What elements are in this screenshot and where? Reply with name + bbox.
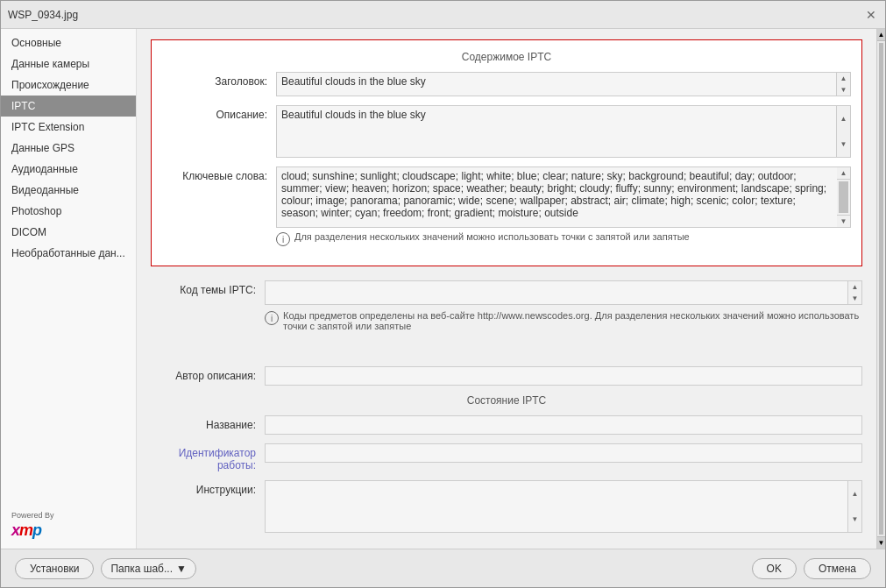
instructions-input[interactable] xyxy=(265,480,848,533)
sidebar-item-raw[interactable]: Необработанные дан... xyxy=(1,243,136,264)
iptc-content-section: Содержимое IPTC Заголовок: ▲ ▼ xyxy=(151,39,862,266)
keywords-scroll-down[interactable]: ▼ xyxy=(837,215,850,227)
instructions-label: Инструкции: xyxy=(151,480,265,496)
right-scrollbar: ▲ ▼ xyxy=(876,29,885,549)
sidebar-item-basic[interactable]: Основные xyxy=(1,32,136,53)
iptc-code-label: Код темы IPTC: xyxy=(151,280,265,296)
heading-scroll-down[interactable]: ▼ xyxy=(837,84,850,96)
keywords-scrollbar: ▲ ▼ xyxy=(837,166,851,228)
right-scroll-down[interactable]: ▼ xyxy=(877,536,885,549)
footer: Установки Папка шаб... ▼ OK Отмена xyxy=(1,549,885,587)
instructions-input-wrap: ▲ ▼ xyxy=(265,480,862,533)
content-area: Содержимое IPTC Заголовок: ▲ ▼ xyxy=(137,29,876,549)
name-label: Название: xyxy=(151,415,265,431)
name-input-wrap xyxy=(265,415,862,435)
folder-button[interactable]: Папка шаб... ▼ xyxy=(101,558,195,579)
sidebar-item-video[interactable]: Видеоданные xyxy=(1,180,136,201)
name-input[interactable] xyxy=(265,415,862,435)
footer-right: OK Отмена xyxy=(752,558,871,579)
instructions-row: Инструкции: ▲ ▼ xyxy=(151,480,862,533)
desc-author-input[interactable] xyxy=(265,366,862,386)
desc-author-input-wrap xyxy=(265,366,862,386)
instructions-scroll-up[interactable]: ▲ xyxy=(848,481,861,507)
install-button[interactable]: Установки xyxy=(15,558,94,579)
keywords-with-scroll: ▲ ▼ xyxy=(276,166,851,228)
keywords-scroll-thumb xyxy=(839,181,848,213)
keywords-label: Ключевые слова: xyxy=(162,166,276,182)
name-row: Название: xyxy=(151,415,862,435)
keywords-hint-text: Для разделения нескольких значений можно… xyxy=(294,231,690,242)
description-scroll: ▲ ▼ xyxy=(837,105,851,158)
sidebar-items: Основные Данные камеры Происхождение IPT… xyxy=(1,29,136,264)
sidebar-item-iptc[interactable]: IPTC xyxy=(1,96,136,117)
footer-left: Установки Папка шаб... ▼ xyxy=(15,558,196,579)
heading-label: Заголовок: xyxy=(162,72,276,88)
powered-by-label: Powered By xyxy=(11,511,54,520)
sidebar: Основные Данные камеры Происхождение IPT… xyxy=(1,29,137,549)
description-input[interactable] xyxy=(276,105,837,158)
cancel-button[interactable]: Отмена xyxy=(804,558,871,579)
iptc-code-input[interactable] xyxy=(265,280,848,305)
iptc-code-scroll-down[interactable]: ▼ xyxy=(848,293,861,304)
spacer xyxy=(151,340,862,366)
description-row: Описание: ▲ ▼ xyxy=(162,105,851,158)
iptc-code-hint-icon: i xyxy=(265,311,279,325)
iptc-code-scroll-up[interactable]: ▲ xyxy=(848,281,861,293)
description-scroll-down[interactable]: ▼ xyxy=(837,131,850,157)
keywords-hint-icon: i xyxy=(276,232,290,246)
instructions-scroll-down[interactable]: ▼ xyxy=(848,507,861,532)
iptc-code-input-wrap: ▲ ▼ i Коды предметов определены на веб-с… xyxy=(265,280,862,331)
heading-input[interactable] xyxy=(276,72,837,96)
sidebar-item-audio[interactable]: Аудиоданные xyxy=(1,159,136,180)
iptc-content-title: Содержимое IPTC xyxy=(162,51,851,63)
close-button[interactable]: ✕ xyxy=(864,8,878,22)
iptc-code-field-wrap: ▲ ▼ xyxy=(265,280,862,305)
iptc-code-row: Код темы IPTC: ▲ ▼ i Коды предметов опре… xyxy=(151,280,862,331)
keywords-row: Ключевые слова: ▲ ▼ xyxy=(162,166,851,246)
instructions-field-wrap: ▲ ▼ xyxy=(265,480,862,533)
main-window: WSP_0934.jpg ✕ Основные Данные камеры Пр… xyxy=(0,0,886,588)
sidebar-item-iptc-ext[interactable]: IPTC Extension xyxy=(1,117,136,138)
instructions-scroll: ▲ ▼ xyxy=(848,480,862,533)
job-id-input[interactable] xyxy=(265,443,862,463)
job-id-row: Идентификатор работы: xyxy=(151,443,862,471)
sidebar-item-dicom[interactable]: DICOM xyxy=(1,222,136,243)
folder-btn-label: Папка шаб... xyxy=(110,563,173,575)
heading-scroll: ▲ ▼ xyxy=(837,72,851,96)
job-id-input-wrap xyxy=(265,443,862,463)
keywords-scroll-up[interactable]: ▲ xyxy=(837,167,850,180)
keywords-hint-row: i Для разделения нескольких значений мож… xyxy=(276,231,851,246)
iptc-code-hint-text: Коды предметов определены на веб-сайте h… xyxy=(283,310,862,331)
iptc-status-title: Состояние IPTC xyxy=(151,394,862,407)
xmp-logo-area: Powered By xmp xyxy=(1,502,136,549)
title-bar: WSP_0934.jpg ✕ xyxy=(1,1,885,29)
main-content: Основные Данные камеры Происхождение IPT… xyxy=(1,29,885,549)
heading-row: Заголовок: ▲ ▼ xyxy=(162,72,851,96)
right-scroll-thumb xyxy=(879,43,883,535)
keywords-input[interactable] xyxy=(276,166,837,228)
iptc-code-scroll: ▲ ▼ xyxy=(848,280,862,305)
iptc-code-hint-row: i Коды предметов определены на веб-сайте… xyxy=(265,310,862,331)
sidebar-item-photoshop[interactable]: Photoshop xyxy=(1,201,136,222)
desc-author-row: Автор описания: xyxy=(151,366,862,386)
description-label: Описание: xyxy=(162,105,276,121)
sidebar-item-camera[interactable]: Данные камеры xyxy=(1,53,136,74)
folder-chevron-icon: ▼ xyxy=(176,563,187,575)
job-id-label: Идентификатор работы: xyxy=(151,443,265,471)
window-title: WSP_0934.jpg xyxy=(8,9,78,21)
ok-button[interactable]: OK xyxy=(752,558,797,579)
keywords-input-wrap: ▲ ▼ i Для разделения нескольких значений… xyxy=(276,166,851,246)
description-input-wrap: ▲ ▼ xyxy=(276,105,851,158)
description-scroll-up[interactable]: ▲ xyxy=(837,106,850,131)
desc-author-label: Автор описания: xyxy=(151,366,265,382)
right-scroll-up[interactable]: ▲ xyxy=(877,29,885,41)
xmp-logo: xmp xyxy=(11,521,41,540)
heading-scroll-up[interactable]: ▲ xyxy=(837,73,850,84)
sidebar-item-gps[interactable]: Данные GPS xyxy=(1,138,136,159)
heading-input-wrap: ▲ ▼ xyxy=(276,72,851,96)
sidebar-item-origin[interactable]: Происхождение xyxy=(1,74,136,96)
